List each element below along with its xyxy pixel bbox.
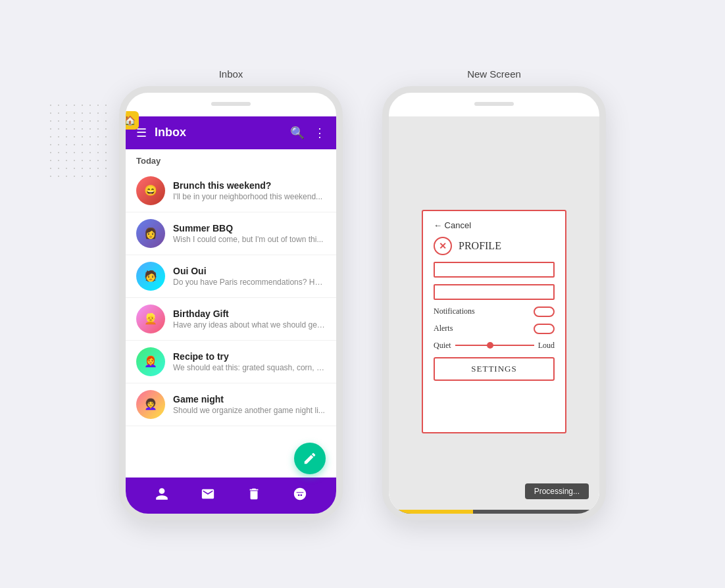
mail-icon[interactable] bbox=[201, 487, 215, 504]
inbox-title: Inbox bbox=[155, 126, 186, 139]
message-item[interactable]: 👩‍🦰Recipe to tryWe should eat this: grat… bbox=[126, 341, 336, 383]
sketch-notifications-label: Notifications bbox=[434, 306, 475, 316]
avatar: 😄 bbox=[136, 176, 165, 205]
new-screen-content: ← Cancel ✕ PROFILE Notifications bbox=[389, 116, 599, 514]
processing-progress-fill bbox=[389, 510, 473, 514]
processing-progress bbox=[389, 510, 599, 514]
message-preview: Wish I could come, but I'm out of town t… bbox=[173, 235, 326, 244]
more-icon[interactable]: ⋮ bbox=[314, 126, 326, 140]
avatar: 👩‍🦱 bbox=[136, 390, 165, 419]
left-phone-wrapper: Inbox 🏠 ☰ Inbox 🔍 ⋮ Today 😄Brunch t bbox=[119, 68, 343, 520]
message-preview: Should we organize another game night li… bbox=[173, 406, 326, 415]
avatar: 👱 bbox=[136, 305, 165, 333]
sketch-alerts-label: Alerts bbox=[434, 324, 453, 333]
message-content: Recipe to tryWe should eat this: grated … bbox=[173, 351, 326, 372]
home-badge[interactable]: 🏠 bbox=[120, 111, 139, 130]
message-item[interactable]: 👩Summer BBQWish I could come, but I'm ou… bbox=[126, 212, 336, 255]
message-item[interactable]: 🧑Oui OuiDo you have Paris recommendation… bbox=[126, 255, 336, 298]
message-content: Brunch this weekend?I'll be in your neig… bbox=[173, 180, 326, 201]
sketch-loud-label: Loud bbox=[538, 341, 555, 351]
inbox-header-icons: 🔍 ⋮ bbox=[290, 126, 326, 140]
dot-pattern bbox=[47, 101, 113, 180]
message-item[interactable]: 👩‍🦱Game nightShould we organize another … bbox=[126, 383, 336, 426]
sketch-x-icon: ✕ bbox=[434, 237, 452, 255]
message-preview: Have any ideas about what we should get.… bbox=[173, 320, 326, 330]
avatar: 👩‍🦰 bbox=[136, 347, 165, 376]
sketch-profile-row: ✕ PROFILE bbox=[434, 237, 555, 255]
sketch-alerts-row: Alerts bbox=[434, 324, 555, 334]
processing-bar-container: Processing... bbox=[389, 487, 599, 514]
sketch-cancel-text: ← Cancel bbox=[434, 220, 471, 230]
right-phone-label: New Screen bbox=[467, 68, 521, 80]
inbox-header: ☰ Inbox 🔍 ⋮ bbox=[126, 116, 336, 149]
sketch-quiet-label: Quiet bbox=[434, 341, 451, 351]
compose-fab[interactable] bbox=[294, 443, 326, 474]
delete-icon[interactable] bbox=[247, 487, 261, 504]
message-sender: Game night bbox=[173, 394, 326, 404]
home-icon: 🏠 bbox=[124, 115, 136, 126]
message-content: Oui OuiDo you have Paris recommendations… bbox=[173, 266, 326, 287]
message-sender: Recipe to try bbox=[173, 351, 326, 362]
search-icon[interactable]: 🔍 bbox=[290, 126, 305, 140]
right-phone-wrapper: New Screen ← Cancel ✕ PROFILE bbox=[382, 68, 606, 520]
message-item[interactable]: 👱Birthday GiftHave any ideas about what … bbox=[126, 298, 336, 341]
message-content: Birthday GiftHave any ideas about what w… bbox=[173, 308, 326, 330]
message-preview: Do you have Paris recommendations? Ha... bbox=[173, 278, 326, 287]
bottom-toolbar bbox=[126, 478, 336, 514]
scene: Inbox 🏠 ☰ Inbox 🔍 ⋮ Today 😄Brunch t bbox=[119, 68, 606, 520]
inbox-header-left: ☰ Inbox bbox=[136, 126, 186, 140]
contacts-icon[interactable] bbox=[155, 487, 169, 504]
message-content: Game nightShould we organize another gam… bbox=[173, 394, 326, 415]
sketch-slider-line bbox=[455, 345, 534, 346]
sketch-image: ← Cancel ✕ PROFILE Notifications bbox=[389, 116, 599, 514]
message-item[interactable]: 😄Brunch this weekend?I'll be in your nei… bbox=[126, 170, 336, 212]
avatar: 🧑 bbox=[136, 262, 165, 291]
left-phone-label: Inbox bbox=[219, 68, 243, 80]
today-label: Today bbox=[126, 149, 336, 170]
message-content: Summer BBQWish I could come, but I'm out… bbox=[173, 223, 326, 244]
message-list: 😄Brunch this weekend?I'll be in your nei… bbox=[126, 170, 336, 478]
sketch-notifications-row: Notifications bbox=[434, 306, 555, 317]
sketch-notifications-toggle bbox=[534, 306, 555, 317]
message-sender: Brunch this weekend? bbox=[173, 180, 326, 191]
message-sender: Oui Oui bbox=[173, 266, 326, 276]
avatar: 👩 bbox=[136, 219, 165, 248]
processing-pill: Processing... bbox=[525, 483, 589, 499]
message-preview: We should eat this: grated squash, corn,… bbox=[173, 363, 326, 372]
message-preview: I'll be in your neighborhood this weeken… bbox=[173, 192, 326, 201]
sketch-slider-dot bbox=[487, 342, 493, 349]
sketch-settings-btn[interactable]: SETTINGS bbox=[434, 357, 555, 381]
sketch-input-2 bbox=[434, 284, 555, 300]
sketch-profile-text: PROFILE bbox=[459, 240, 501, 252]
sketch-cancel-row: ← Cancel bbox=[434, 220, 555, 230]
message-sender: Birthday Gift bbox=[173, 308, 326, 319]
sketch-input-1 bbox=[434, 262, 555, 278]
left-phone: 🏠 ☰ Inbox 🔍 ⋮ Today 😄Brunch this weekend… bbox=[119, 86, 343, 520]
sketch-slider-row: Quiet Loud bbox=[434, 341, 555, 351]
sketch-alerts-toggle bbox=[534, 324, 555, 334]
emoji-icon[interactable] bbox=[293, 487, 307, 504]
right-phone: ← Cancel ✕ PROFILE Notifications bbox=[382, 86, 606, 520]
message-sender: Summer BBQ bbox=[173, 223, 326, 233]
sketch-container: ← Cancel ✕ PROFILE Notifications bbox=[422, 210, 566, 433]
